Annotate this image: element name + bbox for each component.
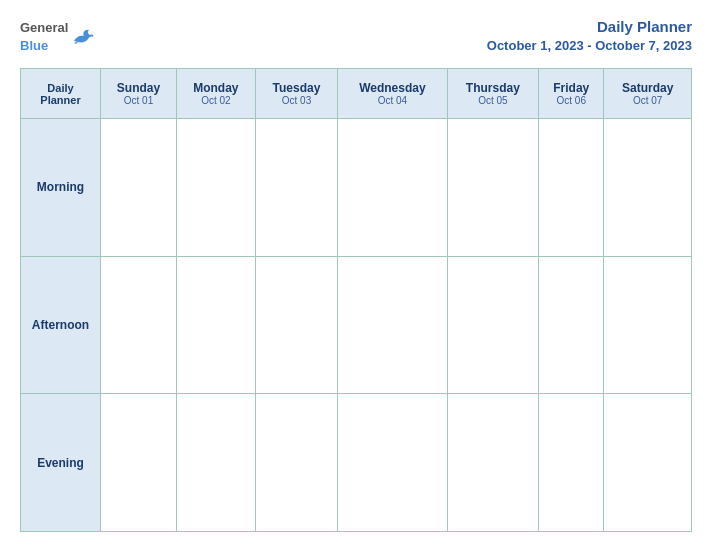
corner-line1: Daily [25, 82, 96, 94]
col-monday-date: Oct 02 [181, 95, 251, 106]
evening-row: Evening [21, 394, 692, 532]
afternoon-saturday[interactable] [604, 256, 692, 394]
col-sunday-name: Sunday [105, 81, 172, 95]
col-friday-name: Friday [543, 81, 599, 95]
col-thursday-name: Thursday [452, 81, 534, 95]
calendar-header-row: Daily Planner Sunday Oct 01 Monday Oct 0… [21, 69, 692, 119]
corner-cell: Daily Planner [21, 69, 101, 119]
evening-monday[interactable] [176, 394, 255, 532]
col-sunday-date: Oct 01 [105, 95, 172, 106]
logo: General Blue [20, 18, 94, 54]
evening-wednesday[interactable] [338, 394, 447, 532]
afternoon-monday[interactable] [176, 256, 255, 394]
morning-saturday[interactable] [604, 119, 692, 257]
morning-row: Morning [21, 119, 692, 257]
morning-tuesday[interactable] [255, 119, 337, 257]
col-wednesday: Wednesday Oct 04 [338, 69, 447, 119]
morning-label: Morning [21, 119, 101, 257]
page-title: Daily Planner [597, 18, 692, 35]
col-monday-name: Monday [181, 81, 251, 95]
evening-thursday[interactable] [447, 394, 538, 532]
col-saturday-date: Oct 07 [608, 95, 687, 106]
corner-line2: Planner [25, 94, 96, 106]
col-saturday-name: Saturday [608, 81, 687, 95]
logo-general: General [20, 20, 68, 35]
morning-thursday[interactable] [447, 119, 538, 257]
page-header: General Blue Daily Planner October 1, 20… [20, 18, 692, 54]
afternoon-wednesday[interactable] [338, 256, 447, 394]
title-area: Daily Planner October 1, 2023 - October … [487, 18, 692, 54]
date-range: October 1, 2023 - October 7, 2023 [487, 38, 692, 53]
col-sunday: Sunday Oct 01 [101, 69, 177, 119]
afternoon-thursday[interactable] [447, 256, 538, 394]
afternoon-friday[interactable] [539, 256, 604, 394]
afternoon-label: Afternoon [21, 256, 101, 394]
col-wednesday-name: Wednesday [342, 81, 442, 95]
col-saturday: Saturday Oct 07 [604, 69, 692, 119]
calendar-table: Daily Planner Sunday Oct 01 Monday Oct 0… [20, 68, 692, 532]
morning-monday[interactable] [176, 119, 255, 257]
col-wednesday-date: Oct 04 [342, 95, 442, 106]
logo-bird-icon [72, 27, 94, 45]
col-tuesday-date: Oct 03 [260, 95, 333, 106]
evening-sunday[interactable] [101, 394, 177, 532]
evening-saturday[interactable] [604, 394, 692, 532]
afternoon-tuesday[interactable] [255, 256, 337, 394]
col-tuesday-name: Tuesday [260, 81, 333, 95]
evening-tuesday[interactable] [255, 394, 337, 532]
col-friday-date: Oct 06 [543, 95, 599, 106]
col-tuesday: Tuesday Oct 03 [255, 69, 337, 119]
morning-wednesday[interactable] [338, 119, 447, 257]
col-thursday-date: Oct 05 [452, 95, 534, 106]
col-friday: Friday Oct 06 [539, 69, 604, 119]
morning-friday[interactable] [539, 119, 604, 257]
evening-friday[interactable] [539, 394, 604, 532]
morning-sunday[interactable] [101, 119, 177, 257]
evening-label: Evening [21, 394, 101, 532]
afternoon-sunday[interactable] [101, 256, 177, 394]
col-monday: Monday Oct 02 [176, 69, 255, 119]
afternoon-row: Afternoon [21, 256, 692, 394]
logo-blue: Blue [20, 38, 48, 53]
col-thursday: Thursday Oct 05 [447, 69, 538, 119]
